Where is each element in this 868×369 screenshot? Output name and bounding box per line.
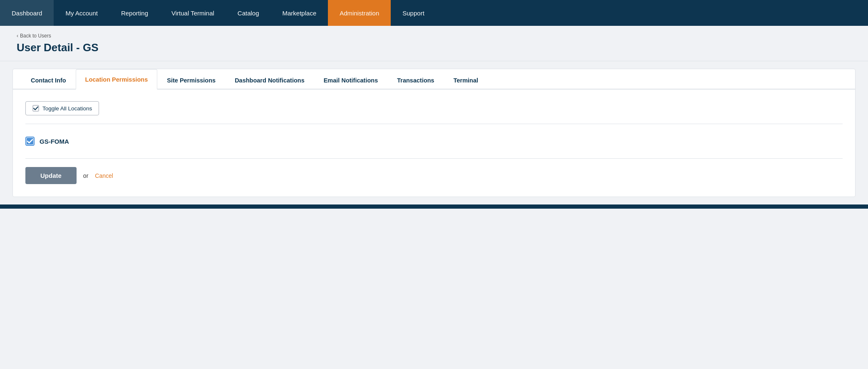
top-navigation: Dashboard My Account Reporting Virtual T…	[0, 0, 868, 26]
checkbox-icon	[32, 105, 39, 112]
tab-terminal[interactable]: Terminal	[444, 70, 488, 90]
nav-item-myaccount[interactable]: My Account	[54, 0, 109, 26]
chevron-left-icon: ‹	[17, 33, 18, 39]
page-title: User Detail - GS	[17, 41, 851, 54]
nav-item-virtualterminal[interactable]: Virtual Terminal	[160, 0, 226, 26]
nav-item-reporting[interactable]: Reporting	[109, 0, 160, 26]
divider-2	[25, 158, 843, 159]
nav-item-dashboard[interactable]: Dashboard	[0, 0, 54, 26]
tab-transactions[interactable]: Transactions	[387, 70, 444, 90]
nav-item-marketplace[interactable]: Marketplace	[271, 0, 328, 26]
tab-content-location-permissions: Toggle All Locations GS-FOMA Update or C…	[13, 90, 855, 197]
action-row: Update or Cancel	[25, 167, 843, 184]
location-name: GS-FOMA	[40, 138, 69, 145]
nav-item-catalog[interactable]: Catalog	[226, 0, 271, 26]
page-header: ‹ Back to Users User Detail - GS	[0, 26, 868, 61]
tab-dashboard-notifications[interactable]: Dashboard Notifications	[225, 70, 314, 90]
toggle-all-locations-button[interactable]: Toggle All Locations	[25, 101, 99, 115]
tab-email-notifications[interactable]: Email Notifications	[314, 70, 388, 90]
nav-item-administration[interactable]: Administration	[328, 0, 391, 26]
or-text: or	[83, 172, 88, 179]
bottom-bar	[0, 204, 868, 209]
location-row: GS-FOMA	[25, 132, 843, 150]
nav-item-support[interactable]: Support	[391, 0, 436, 26]
content-area: Contact Info Location Permissions Site P…	[12, 69, 856, 197]
cancel-link[interactable]: Cancel	[95, 172, 113, 179]
tab-contact-info[interactable]: Contact Info	[21, 70, 76, 90]
tab-location-permissions[interactable]: Location Permissions	[76, 69, 158, 90]
toggle-all-label: Toggle All Locations	[42, 105, 92, 112]
tab-bar: Contact Info Location Permissions Site P…	[13, 69, 855, 90]
update-button[interactable]: Update	[25, 167, 77, 184]
back-to-users-link[interactable]: ‹ Back to Users	[17, 33, 51, 39]
tab-site-permissions[interactable]: Site Permissions	[157, 70, 225, 90]
location-checkbox[interactable]	[25, 137, 35, 146]
back-link-text: Back to Users	[20, 33, 51, 39]
divider-1	[25, 124, 843, 124]
